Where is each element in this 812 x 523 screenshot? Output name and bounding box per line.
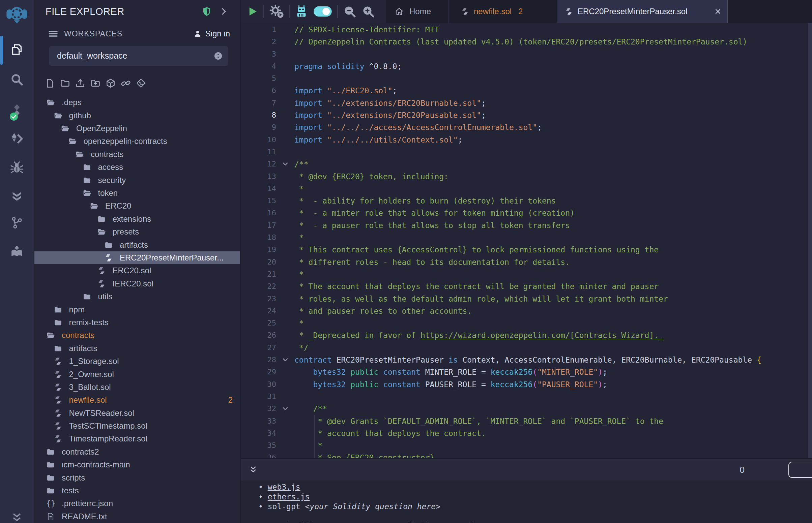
terminal-search-input[interactable]: [789, 462, 812, 478]
code-line-14: 14 *: [241, 183, 812, 195]
collapse-icon[interactable]: [0, 511, 34, 523]
solidity-compiler-icon[interactable]: [0, 104, 34, 118]
tree-item-github[interactable]: github: [34, 109, 240, 122]
terminal-text: sol-gpt: [268, 502, 305, 511]
terminal-text[interactable]: ethers.js: [268, 492, 310, 501]
new-file-icon[interactable]: [45, 78, 55, 88]
tab-newfile-sol[interactable]: newfile.sol2: [449, 0, 558, 23]
tree-item-contracts[interactable]: contracts: [34, 329, 240, 342]
zoom-in-icon[interactable]: [361, 5, 375, 18]
tree-item-2-owner-sol[interactable]: 2_Owner.sol: [34, 368, 240, 380]
editor-scrollbar[interactable]: [808, 23, 812, 458]
tree-item-openzeppelin-contracts[interactable]: openzeppelin-contracts: [34, 135, 240, 148]
tree-item-remix-tests[interactable]: remix-tests: [34, 316, 240, 329]
tree-item-label: openzeppelin-contracts: [84, 137, 167, 146]
tree-item-contracts2[interactable]: contracts2: [34, 446, 240, 458]
tree-item-newfile-sol[interactable]: newfile.sol2: [34, 394, 240, 407]
upload-folder-icon[interactable]: [90, 78, 101, 88]
sign-in-button[interactable]: Sign in: [193, 29, 230, 38]
gutter-fold: [276, 23, 294, 36]
tree-item-label: TimestampReader.sol: [69, 434, 148, 444]
cube-icon[interactable]: [106, 78, 116, 88]
line-number: 25: [241, 317, 276, 329]
code-text: *: [294, 317, 304, 329]
tree-item-label: npm: [69, 305, 85, 314]
tree-item-npm[interactable]: npm: [34, 303, 240, 316]
security-shield-icon[interactable]: [202, 6, 212, 17]
git-icon[interactable]: [0, 216, 34, 231]
close-icon[interactable]: [714, 7, 722, 16]
terminal-text[interactable]: web3.js: [268, 483, 300, 491]
learneth-icon[interactable]: [0, 245, 34, 259]
terminal-text: Type the library name to see available c…: [258, 522, 478, 523]
compile-run-settings-icon[interactable]: [269, 4, 284, 19]
debugger-icon[interactable]: [0, 161, 34, 176]
tree-item-contracts[interactable]: contracts: [34, 148, 240, 161]
tree-item-artifacts[interactable]: artifacts: [34, 238, 240, 251]
workspace-name: default_workspace: [57, 51, 213, 61]
line-number: 5: [241, 72, 276, 85]
tree-item-testsctimestamp-sol[interactable]: TestSCTimestamp.sol: [34, 419, 240, 432]
expand-panel-icon[interactable]: [219, 7, 228, 16]
tree-item-icm-contracts-main[interactable]: icm-contracts-main: [34, 458, 240, 471]
deploy-run-icon[interactable]: [0, 132, 34, 147]
line-number: 30: [241, 378, 276, 391]
code-line-3: 3: [241, 48, 812, 60]
fold-chevron-icon[interactable]: [281, 356, 290, 364]
tree-item-scripts[interactable]: scripts: [34, 471, 240, 484]
ai-copilot-toggle[interactable]: [313, 6, 332, 17]
tree-item-tests[interactable]: tests: [34, 484, 240, 497]
tree-item-timestampreader-sol[interactable]: TimestampReader.sol: [34, 432, 240, 445]
remix-ai-robot-icon[interactable]: [295, 5, 308, 18]
git-file-icon[interactable]: [136, 78, 146, 88]
tree-item-openzeppelin[interactable]: OpenZeppelin: [34, 122, 240, 135]
upload-file-icon[interactable]: [75, 78, 85, 88]
tree-item-utils[interactable]: utils: [34, 290, 240, 303]
tree-item-1-storage-sol[interactable]: 1_Storage.sol: [34, 355, 240, 368]
tree-item-access[interactable]: access: [34, 161, 240, 174]
expand-terminal-icon[interactable]: [248, 465, 258, 475]
tree-item-label: presets: [113, 227, 139, 237]
tree-item--deps[interactable]: .deps: [34, 96, 240, 109]
tree-item-ierc20-sol[interactable]: IERC20.sol: [34, 277, 240, 290]
search-icon[interactable]: [0, 73, 34, 88]
braces-icon: {}: [46, 499, 55, 508]
tab-home[interactable]: Home: [386, 0, 449, 23]
tree-item-artifacts[interactable]: artifacts: [34, 342, 240, 355]
code-text: import "../ERC20.sol";: [294, 85, 397, 97]
tree-item-label: scripts: [62, 473, 85, 483]
bullet: •: [258, 502, 268, 511]
tree-item-presets[interactable]: presets: [34, 226, 240, 238]
tree-item--prettierrc-json[interactable]: {}.prettierrc.json: [34, 497, 240, 510]
code-text: *: [294, 232, 304, 244]
terminal-text: <your Solidity question here>: [305, 502, 440, 511]
tree-item-newtsreader-sol[interactable]: NewTSReader.sol: [34, 407, 240, 419]
fold-chevron-icon[interactable]: [281, 404, 290, 413]
zoom-out-icon[interactable]: [343, 5, 356, 18]
file-explorer-icon[interactable]: [0, 43, 34, 58]
tree-item-readme-txt[interactable]: README.txt: [34, 510, 240, 523]
fold-chevron-icon[interactable]: [281, 160, 290, 168]
tree-item-3-ballot-sol[interactable]: 3_Ballot.sol: [34, 381, 240, 394]
workspace-select[interactable]: default_workspace: [49, 46, 228, 66]
remix-logo-icon[interactable]: [0, 3, 34, 25]
workspaces-menu-icon[interactable]: [48, 29, 58, 39]
line-number: 19: [241, 244, 276, 256]
tree-item-erc20presetminterpauser-[interactable]: ERC20PresetMinterPauser...: [34, 251, 240, 264]
workspace-dropdown-icon[interactable]: [213, 51, 223, 61]
tree-item-erc20-sol[interactable]: ERC20.sol: [34, 264, 240, 277]
tree-item-extensions[interactable]: extensions: [34, 213, 240, 226]
tab-erc20presetminterpauser-sol[interactable]: ERC20PresetMinterPauser.sol: [558, 0, 728, 23]
code-editor[interactable]: 1// SPDX-License-Identifier: MIT2// Open…: [241, 23, 812, 458]
tree-item-erc20[interactable]: ERC20: [34, 199, 240, 212]
tree-item-token[interactable]: token: [34, 187, 240, 199]
line-number: 2: [241, 36, 276, 48]
link-icon[interactable]: [121, 78, 131, 88]
tree-item-security[interactable]: security: [34, 174, 240, 186]
run-script-button[interactable]: [247, 6, 258, 17]
terminal-output[interactable]: • web3.js• ethers.js• sol-gpt <your Soli…: [241, 481, 812, 523]
unit-testing-icon[interactable]: [0, 190, 34, 205]
new-folder-icon[interactable]: [60, 78, 70, 88]
code-line-34: 34 * account that deploys the contract.: [241, 427, 812, 439]
code-line-22: 22 * The account that deploys the contra…: [241, 281, 812, 292]
